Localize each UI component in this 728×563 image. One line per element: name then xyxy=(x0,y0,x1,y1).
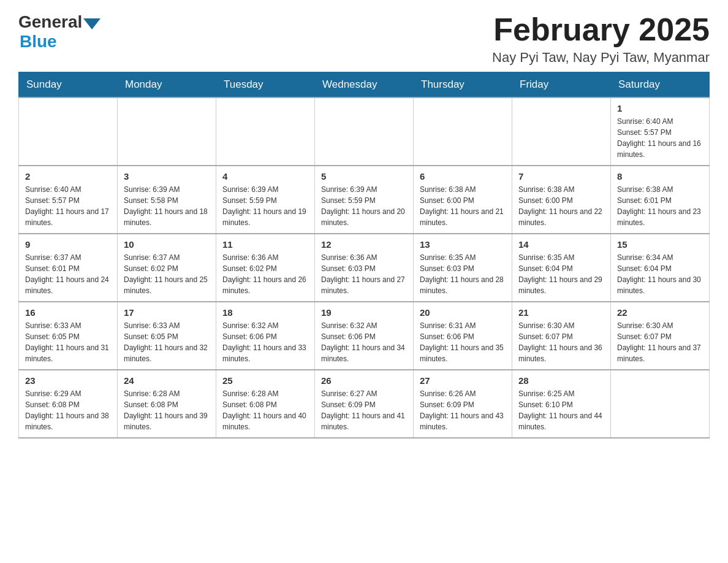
day-number: 19 xyxy=(321,307,407,318)
table-row: 22Sunrise: 6:30 AMSunset: 6:07 PMDayligh… xyxy=(611,302,710,370)
header-monday: Monday xyxy=(118,72,216,98)
table-row xyxy=(216,98,315,166)
table-row: 4Sunrise: 6:39 AMSunset: 5:59 PMDaylight… xyxy=(216,166,315,234)
day-number: 8 xyxy=(617,171,703,182)
day-number: 5 xyxy=(321,171,407,182)
table-row: 12Sunrise: 6:36 AMSunset: 6:03 PMDayligh… xyxy=(315,234,414,302)
day-info: Sunrise: 6:33 AMSunset: 6:05 PMDaylight:… xyxy=(124,320,210,364)
header-friday: Friday xyxy=(512,72,611,98)
day-info: Sunrise: 6:29 AMSunset: 6:08 PMDaylight:… xyxy=(25,388,111,432)
header-tuesday: Tuesday xyxy=(216,72,315,98)
table-row: 28Sunrise: 6:25 AMSunset: 6:10 PMDayligh… xyxy=(512,370,611,438)
calendar-week-row: 9Sunrise: 6:37 AMSunset: 6:01 PMDaylight… xyxy=(19,234,710,302)
day-info: Sunrise: 6:26 AMSunset: 6:09 PMDaylight:… xyxy=(420,388,506,432)
day-number: 16 xyxy=(25,307,111,318)
day-number: 24 xyxy=(124,375,210,386)
day-number: 28 xyxy=(518,375,604,386)
day-number: 4 xyxy=(222,171,308,182)
calendar-week-row: 1Sunrise: 6:40 AMSunset: 5:57 PMDaylight… xyxy=(19,98,710,166)
day-info: Sunrise: 6:25 AMSunset: 6:10 PMDaylight:… xyxy=(518,388,604,432)
table-row xyxy=(315,98,414,166)
calendar-week-row: 16Sunrise: 6:33 AMSunset: 6:05 PMDayligh… xyxy=(19,302,710,370)
day-info: Sunrise: 6:37 AMSunset: 6:02 PMDaylight:… xyxy=(124,252,210,296)
day-number: 10 xyxy=(124,239,210,250)
calendar-week-row: 2Sunrise: 6:40 AMSunset: 5:57 PMDaylight… xyxy=(19,166,710,234)
table-row: 13Sunrise: 6:35 AMSunset: 6:03 PMDayligh… xyxy=(414,234,512,302)
logo: General Blue xyxy=(18,12,100,52)
table-row xyxy=(118,98,216,166)
day-number: 12 xyxy=(321,239,407,250)
table-row: 10Sunrise: 6:37 AMSunset: 6:02 PMDayligh… xyxy=(118,234,216,302)
day-info: Sunrise: 6:39 AMSunset: 5:59 PMDaylight:… xyxy=(222,184,308,228)
table-row: 3Sunrise: 6:39 AMSunset: 5:58 PMDaylight… xyxy=(118,166,216,234)
day-number: 14 xyxy=(518,239,604,250)
table-row: 17Sunrise: 6:33 AMSunset: 6:05 PMDayligh… xyxy=(118,302,216,370)
table-row: 16Sunrise: 6:33 AMSunset: 6:05 PMDayligh… xyxy=(19,302,118,370)
day-number: 27 xyxy=(420,375,506,386)
day-number: 15 xyxy=(617,239,703,250)
calendar-week-row: 23Sunrise: 6:29 AMSunset: 6:08 PMDayligh… xyxy=(19,370,710,438)
table-row xyxy=(611,370,710,438)
table-row xyxy=(512,98,611,166)
day-info: Sunrise: 6:28 AMSunset: 6:08 PMDaylight:… xyxy=(222,388,308,432)
day-number: 11 xyxy=(222,239,308,250)
day-number: 25 xyxy=(222,375,308,386)
table-row: 24Sunrise: 6:28 AMSunset: 6:08 PMDayligh… xyxy=(118,370,216,438)
day-info: Sunrise: 6:40 AMSunset: 5:57 PMDaylight:… xyxy=(25,184,111,228)
day-number: 17 xyxy=(124,307,210,318)
day-info: Sunrise: 6:35 AMSunset: 6:04 PMDaylight:… xyxy=(518,252,604,296)
day-info: Sunrise: 6:40 AMSunset: 5:57 PMDaylight:… xyxy=(617,116,703,160)
table-row: 11Sunrise: 6:36 AMSunset: 6:02 PMDayligh… xyxy=(216,234,315,302)
day-number: 9 xyxy=(25,239,111,250)
day-number: 26 xyxy=(321,375,407,386)
day-info: Sunrise: 6:33 AMSunset: 6:05 PMDaylight:… xyxy=(25,320,111,364)
table-row: 23Sunrise: 6:29 AMSunset: 6:08 PMDayligh… xyxy=(19,370,118,438)
day-info: Sunrise: 6:36 AMSunset: 6:02 PMDaylight:… xyxy=(222,252,308,296)
table-row: 19Sunrise: 6:32 AMSunset: 6:06 PMDayligh… xyxy=(315,302,414,370)
logo-arrow-icon xyxy=(83,18,100,29)
table-row: 27Sunrise: 6:26 AMSunset: 6:09 PMDayligh… xyxy=(414,370,512,438)
table-row: 20Sunrise: 6:31 AMSunset: 6:06 PMDayligh… xyxy=(414,302,512,370)
table-row: 25Sunrise: 6:28 AMSunset: 6:08 PMDayligh… xyxy=(216,370,315,438)
day-info: Sunrise: 6:39 AMSunset: 5:59 PMDaylight:… xyxy=(321,184,407,228)
day-number: 20 xyxy=(420,307,506,318)
table-row: 9Sunrise: 6:37 AMSunset: 6:01 PMDaylight… xyxy=(19,234,118,302)
day-info: Sunrise: 6:30 AMSunset: 6:07 PMDaylight:… xyxy=(518,320,604,364)
day-info: Sunrise: 6:32 AMSunset: 6:06 PMDaylight:… xyxy=(222,320,308,364)
table-row xyxy=(414,98,512,166)
table-row: 26Sunrise: 6:27 AMSunset: 6:09 PMDayligh… xyxy=(315,370,414,438)
day-info: Sunrise: 6:38 AMSunset: 6:01 PMDaylight:… xyxy=(617,184,703,228)
header-thursday: Thursday xyxy=(414,72,512,98)
logo-general-text: General xyxy=(18,12,82,32)
day-info: Sunrise: 6:37 AMSunset: 6:01 PMDaylight:… xyxy=(25,252,111,296)
table-row xyxy=(19,98,118,166)
day-info: Sunrise: 6:38 AMSunset: 6:00 PMDaylight:… xyxy=(420,184,506,228)
day-number: 6 xyxy=(420,171,506,182)
day-info: Sunrise: 6:30 AMSunset: 6:07 PMDaylight:… xyxy=(617,320,703,364)
table-row: 5Sunrise: 6:39 AMSunset: 5:59 PMDaylight… xyxy=(315,166,414,234)
table-row: 6Sunrise: 6:38 AMSunset: 6:00 PMDaylight… xyxy=(414,166,512,234)
header-saturday: Saturday xyxy=(611,72,710,98)
calendar-title: February 2025 xyxy=(492,12,710,47)
header-sunday: Sunday xyxy=(19,72,118,98)
day-info: Sunrise: 6:39 AMSunset: 5:58 PMDaylight:… xyxy=(124,184,210,228)
day-number: 18 xyxy=(222,307,308,318)
calendar-subtitle: Nay Pyi Taw, Nay Pyi Taw, Myanmar xyxy=(492,50,710,66)
day-number: 23 xyxy=(25,375,111,386)
day-number: 7 xyxy=(518,171,604,182)
day-info: Sunrise: 6:28 AMSunset: 6:08 PMDaylight:… xyxy=(124,388,210,432)
table-row: 14Sunrise: 6:35 AMSunset: 6:04 PMDayligh… xyxy=(512,234,611,302)
table-row: 1Sunrise: 6:40 AMSunset: 5:57 PMDaylight… xyxy=(611,98,710,166)
day-info: Sunrise: 6:35 AMSunset: 6:03 PMDaylight:… xyxy=(420,252,506,296)
day-number: 3 xyxy=(124,171,210,182)
day-info: Sunrise: 6:32 AMSunset: 6:06 PMDaylight:… xyxy=(321,320,407,364)
calendar-table: Sunday Monday Tuesday Wednesday Thursday… xyxy=(18,72,710,439)
title-section: February 2025 Nay Pyi Taw, Nay Pyi Taw, … xyxy=(492,12,710,66)
day-number: 2 xyxy=(25,171,111,182)
table-row: 7Sunrise: 6:38 AMSunset: 6:00 PMDaylight… xyxy=(512,166,611,234)
day-number: 13 xyxy=(420,239,506,250)
table-row: 8Sunrise: 6:38 AMSunset: 6:01 PMDaylight… xyxy=(611,166,710,234)
day-info: Sunrise: 6:38 AMSunset: 6:00 PMDaylight:… xyxy=(518,184,604,228)
day-info: Sunrise: 6:31 AMSunset: 6:06 PMDaylight:… xyxy=(420,320,506,364)
table-row: 18Sunrise: 6:32 AMSunset: 6:06 PMDayligh… xyxy=(216,302,315,370)
